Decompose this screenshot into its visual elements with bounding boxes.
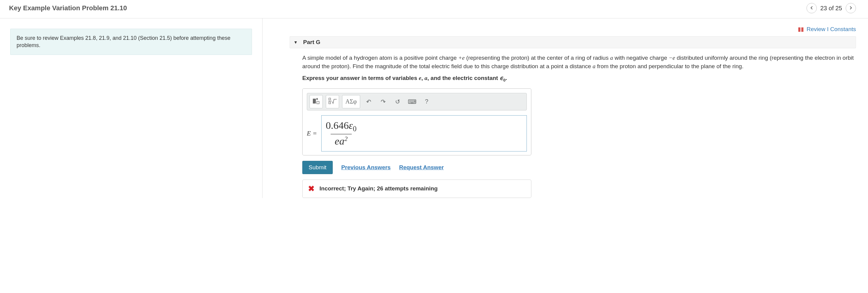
question-position: 23 of 25 bbox=[820, 5, 842, 12]
review-hint: Be sure to review Examples 21.8, 21.9, a… bbox=[10, 29, 252, 55]
fraction-numerator: 0.646ε0 bbox=[326, 120, 356, 134]
previous-answers-link[interactable]: Previous Answers bbox=[341, 164, 391, 171]
answer-actions: Submit Previous Answers Request Answer bbox=[302, 161, 856, 174]
answer-box: ΑΣφ ↶ ↷ ↺ ⌨ ? E = 0.646ε0 bbox=[302, 88, 531, 155]
fraction-root-icon bbox=[328, 97, 337, 106]
request-answer-link[interactable]: Request Answer bbox=[399, 164, 444, 171]
feedback-box: ✖ Incorrect; Try Again; 26 attempts rema… bbox=[302, 179, 531, 198]
next-question-button[interactable] bbox=[846, 3, 856, 13]
svg-rect-1 bbox=[316, 98, 318, 100]
submit-button[interactable]: Submit bbox=[302, 161, 333, 174]
greek-label: ΑΣφ bbox=[345, 98, 357, 105]
templates-button[interactable] bbox=[310, 95, 323, 108]
svg-rect-5 bbox=[329, 102, 331, 104]
fraction-denominator: ea2 bbox=[331, 134, 352, 147]
reset-icon: ↺ bbox=[395, 98, 400, 105]
svg-rect-3 bbox=[329, 98, 331, 100]
keyboard-button[interactable]: ⌨ bbox=[407, 98, 418, 105]
problem-statement: A simple model of a hydrogen atom is a p… bbox=[302, 54, 856, 70]
part-header[interactable]: ▼ Part G bbox=[290, 36, 856, 48]
help-icon: ? bbox=[425, 98, 428, 105]
answer-lhs: E = bbox=[307, 129, 317, 137]
constants-link[interactable]: Constants bbox=[830, 26, 856, 32]
book-icon: ▮▮ bbox=[798, 26, 804, 32]
page-header: Key Example Variation Problem 21.10 23 o… bbox=[0, 0, 868, 19]
problem-column: ▮▮ Review I Constants ▼ Part G A simple … bbox=[262, 19, 868, 198]
undo-icon: ↶ bbox=[366, 98, 371, 105]
answer-input[interactable]: 0.646ε0 ea2 bbox=[321, 115, 527, 151]
fraction-root-button[interactable] bbox=[326, 95, 339, 108]
keyboard-icon: ⌨ bbox=[408, 98, 416, 105]
content-area: Be sure to review Examples 21.8, 21.9, a… bbox=[0, 19, 868, 198]
reset-button[interactable]: ↺ bbox=[392, 98, 404, 105]
help-button[interactable]: ? bbox=[421, 98, 433, 105]
greek-symbols-button[interactable]: ΑΣφ bbox=[342, 95, 360, 108]
part-body: A simple model of a hydrogen atom is a p… bbox=[290, 54, 856, 198]
link-separator: I bbox=[827, 26, 830, 32]
templates-icon bbox=[313, 98, 320, 105]
answer-fraction: 0.646ε0 ea2 bbox=[326, 120, 356, 147]
resources-links: ▮▮ Review I Constants bbox=[275, 26, 856, 33]
caret-down-icon: ▼ bbox=[293, 40, 298, 45]
svg-rect-2 bbox=[317, 101, 319, 104]
redo-button[interactable]: ↷ bbox=[378, 98, 389, 105]
page-title: Key Example Variation Problem 21.10 bbox=[9, 4, 127, 12]
chevron-left-icon bbox=[810, 5, 813, 11]
feedback-text: Incorrect; Try Again; 26 attempts remain… bbox=[319, 185, 438, 192]
equation-toolbar: ΑΣφ ↶ ↷ ↺ ⌨ ? bbox=[307, 93, 527, 111]
undo-button[interactable]: ↶ bbox=[363, 98, 375, 105]
svg-rect-0 bbox=[313, 99, 316, 104]
prev-question-button[interactable] bbox=[807, 3, 817, 13]
answer-instructions: Express your answer in terms of variable… bbox=[302, 75, 856, 82]
review-link[interactable]: Review bbox=[807, 26, 825, 32]
redo-icon: ↷ bbox=[381, 98, 386, 105]
chevron-right-icon bbox=[849, 5, 852, 11]
part-title: Part G bbox=[303, 39, 320, 46]
incorrect-icon: ✖ bbox=[308, 184, 315, 194]
pagination: 23 of 25 bbox=[807, 3, 856, 13]
answer-row: E = 0.646ε0 ea2 bbox=[307, 115, 527, 151]
instructions-column: Be sure to review Examples 21.8, 21.9, a… bbox=[0, 19, 262, 198]
